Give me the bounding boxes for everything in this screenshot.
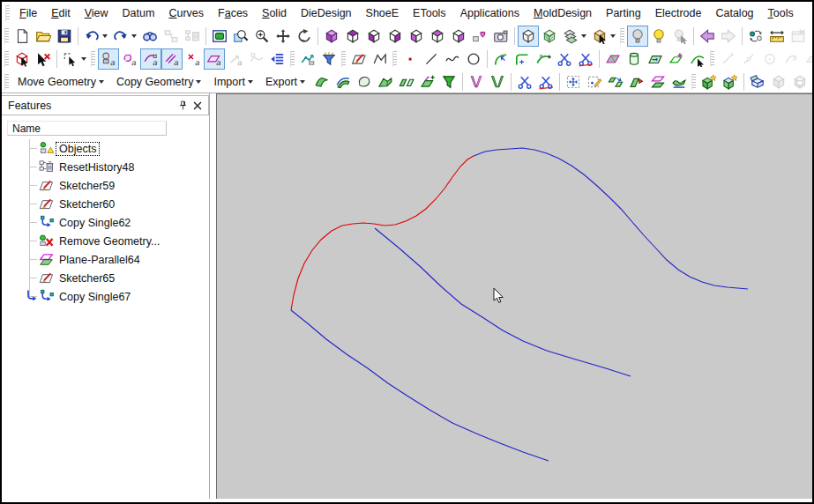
filter-plane-button[interactable]: a — [204, 48, 225, 70]
surf-bend-button[interactable] — [375, 71, 396, 93]
tree-item-label[interactable]: Remove Geometry... — [56, 235, 162, 248]
scissors-red-button[interactable] — [535, 71, 556, 93]
menu-curves[interactable]: Curves — [161, 4, 211, 23]
fold-face-button[interactable] — [626, 71, 647, 93]
tree-item-sketcher65[interactable]: Sketcher65 — [2, 269, 209, 287]
view-favorite-button[interactable] — [469, 26, 490, 47]
vsurf-single-button[interactable] — [466, 71, 487, 93]
point-move-button[interactable] — [563, 71, 584, 93]
export-button[interactable]: Export — [259, 71, 311, 93]
select-solid-button[interactable] — [11, 48, 33, 70]
curve-blue-bottom[interactable] — [291, 310, 549, 461]
tree-item-label[interactable]: ResetHistory48 — [56, 161, 137, 174]
filter-curve-button[interactable]: a — [140, 48, 161, 70]
rotate-view-button[interactable] — [294, 26, 315, 47]
scissors-blue-button[interactable] — [554, 48, 575, 70]
tree-item-label[interactable]: Objects — [56, 143, 99, 155]
menu-file[interactable]: File — [12, 4, 44, 23]
cursor-deselect-button[interactable] — [33, 48, 54, 70]
box-open-button[interactable] — [747, 71, 768, 93]
cube-layers-button[interactable] — [560, 26, 589, 47]
tree-item-copy-single67[interactable]: Copy Single67 — [2, 287, 209, 306]
cube-shaded-button[interactable] — [321, 26, 342, 47]
filter-funnel-button[interactable] — [318, 48, 340, 70]
toolbar-grip[interactable] — [4, 28, 9, 44]
open-folder-button[interactable] — [33, 26, 54, 47]
new-file-button[interactable] — [11, 26, 33, 47]
menu-catalog[interactable]: Catalog — [708, 4, 760, 23]
cylinder-green-button[interactable] — [624, 48, 645, 70]
name-column-header[interactable]: Name — [7, 121, 167, 136]
surf-sweep-button[interactable] — [311, 71, 332, 93]
copy-geometry-button[interactable]: Copy Geometry — [110, 71, 208, 93]
dropdown-arrow-icon[interactable] — [581, 34, 586, 38]
surf-wave-button[interactable] — [668, 71, 690, 93]
menu-molddesign[interactable]: MoldDesign — [526, 4, 599, 23]
surf-extend-button[interactable] — [417, 71, 438, 93]
toolbar-grip[interactable] — [620, 28, 624, 44]
move-geometry-button[interactable]: Move Geometry — [11, 71, 110, 93]
tree-item-label[interactable]: Sketcher65 — [56, 272, 117, 285]
menubar-grip[interactable] — [5, 5, 10, 21]
menu-electrode[interactable]: Electrode — [648, 4, 709, 23]
surf-flow-button[interactable] — [332, 71, 354, 93]
bulb-on-button[interactable] — [648, 26, 669, 47]
scissors-blue-button[interactable] — [514, 71, 535, 93]
cube-back-view-button[interactable] — [427, 26, 448, 47]
menu-datum[interactable]: Datum — [116, 4, 162, 23]
tree-item-objects[interactable]: Objects — [2, 139, 209, 158]
tree-item-sketcher60[interactable]: Sketcher60 — [2, 195, 209, 213]
toolbar-grip[interactable] — [91, 51, 95, 67]
save-floppy-button[interactable] — [54, 26, 75, 47]
zoom-region-button[interactable] — [230, 26, 251, 47]
toolbar-grip[interactable] — [710, 51, 714, 67]
menu-tools[interactable]: Tools — [761, 4, 801, 23]
dropdown-arrow-icon[interactable] — [610, 34, 616, 38]
zoom-in-out-button[interactable] — [251, 26, 273, 47]
tree-item-sketcher59[interactable]: Sketcher59 — [2, 176, 209, 195]
box-star-button[interactable] — [698, 71, 720, 93]
swap-faces-button[interactable] — [605, 71, 626, 93]
tree-item-resethistory48[interactable]: ResetHistory48 — [2, 158, 209, 176]
menu-shoee[interactable]: ShoeE — [359, 4, 407, 23]
redo-arrow-button[interactable] — [110, 26, 139, 47]
dropdown-arrow-icon[interactable] — [196, 80, 201, 84]
line-tool-button[interactable] — [421, 48, 442, 70]
toolbar-grip[interactable] — [4, 74, 9, 90]
panel-splitter[interactable] — [210, 93, 216, 499]
cube-front-view-button[interactable] — [363, 26, 385, 47]
vsurf-double-button[interactable] — [487, 71, 508, 93]
cube-right-view-button[interactable] — [385, 26, 406, 47]
point-tool-button[interactable] — [400, 48, 421, 70]
tree-item-copy-single62[interactable]: Copy Single62 — [2, 213, 209, 232]
tree-item-label[interactable]: Sketcher60 — [56, 198, 117, 211]
polyline-tool-button[interactable] — [370, 48, 391, 70]
curve-corner-button[interactable] — [512, 48, 533, 70]
tree-item-plane-parallel64[interactable]: Plane-Parallel64 — [2, 250, 209, 269]
dropdown-arrow-icon[interactable] — [102, 34, 108, 38]
list-blue-button[interactable] — [267, 48, 288, 70]
curve-blue-middle[interactable] — [375, 228, 631, 376]
curve-blue-top[interactable] — [474, 148, 748, 289]
toolbar-grip[interactable] — [290, 51, 295, 67]
snapshot-camera-button[interactable] — [490, 26, 512, 47]
filter-shape-button[interactable]: a — [98, 48, 119, 70]
fit-view-button[interactable] — [209, 26, 230, 47]
binoculars-button[interactable] — [139, 26, 161, 47]
import-button[interactable]: Import — [207, 71, 258, 93]
toolbar-grip[interactable] — [341, 51, 346, 67]
toolbar-grip[interactable] — [4, 51, 9, 67]
plane-plus-button[interactable] — [666, 48, 687, 70]
filter-point-button[interactable]: a — [183, 48, 204, 70]
arrow-back-button[interactable] — [697, 26, 718, 47]
curve-pick-button[interactable] — [687, 48, 708, 70]
scissors-red-button[interactable] — [575, 48, 596, 70]
face-green-button[interactable] — [602, 48, 624, 70]
curve-red-profile[interactable] — [291, 156, 474, 310]
box-star-open-button[interactable] — [720, 71, 741, 93]
cube-wireframe-button[interactable] — [518, 26, 539, 47]
plane-offset-button[interactable] — [647, 71, 668, 93]
bulb-off-button[interactable] — [627, 26, 648, 47]
surf-mirror-button[interactable] — [396, 71, 417, 93]
tree-item-label[interactable]: Plane-Parallel64 — [56, 254, 143, 266]
